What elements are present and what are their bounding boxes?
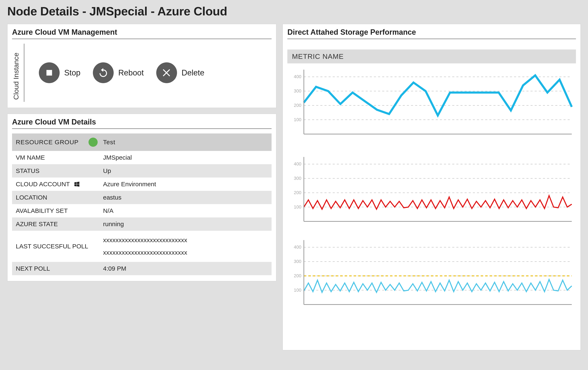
vm-name-value: JMSpecial	[103, 154, 268, 161]
chart-1: 100200300400	[289, 68, 574, 138]
metric-name-header: METRIC NAME	[287, 50, 576, 63]
svg-text:200: 200	[294, 190, 301, 195]
status-dot-icon	[88, 137, 98, 147]
svg-text:200: 200	[294, 103, 301, 108]
stop-icon	[39, 62, 60, 83]
svg-text:400: 400	[294, 161, 301, 167]
svg-text:300: 300	[294, 176, 301, 181]
storage-perf-title: Direct Attahed Storage Performance	[287, 28, 576, 39]
svg-text:300: 300	[294, 88, 301, 94]
delete-button[interactable]: Delete	[156, 62, 204, 83]
vm-name-label: VM NAME	[16, 154, 103, 161]
location-value: eastus	[103, 194, 268, 201]
cloud-account-value: Azure Environment	[103, 181, 268, 188]
chart-2: 100200300400	[289, 155, 574, 225]
vm-details-title: Azure Cloud VM Details	[12, 118, 272, 129]
last-poll-label: LAST SUCCESFUL POLL	[16, 243, 103, 250]
svg-text:400: 400	[294, 74, 301, 79]
next-poll-value: 4:09 PM	[103, 265, 268, 272]
svg-text:300: 300	[294, 259, 301, 264]
reboot-button[interactable]: Reboot	[93, 62, 144, 83]
vm-details-table: RESOURCE GROUP Test VM NAME JMSpecial ST…	[12, 133, 272, 275]
vm-details-panel: Azure Cloud VM Details RESOURCE GROUP Te…	[7, 114, 276, 281]
svg-text:200: 200	[294, 273, 301, 278]
chart-3: 100200300400	[289, 238, 574, 309]
last-poll-value-2: xxxxxxxxxxxxxxxxxxxxxxxxxxx	[103, 249, 268, 256]
row-location: LOCATION eastus	[12, 191, 272, 204]
delete-icon	[156, 62, 177, 83]
svg-text:400: 400	[294, 244, 301, 250]
row-availability-set: AVALABILITY SET N/A	[12, 204, 272, 217]
cloud-instance-label: Cloud Instance	[12, 44, 24, 102]
status-label: STATUS	[16, 167, 103, 174]
last-poll-value-1: xxxxxxxxxxxxxxxxxxxxxxxxxxx	[103, 237, 268, 244]
azure-state-value: running	[103, 221, 268, 228]
location-label: LOCATION	[16, 194, 103, 201]
svg-text:100: 100	[294, 117, 301, 122]
row-last-poll: LAST SUCCESFUL POLL xxxxxxxxxxxxxxxxxxxx…	[12, 231, 272, 262]
status-value: Up	[103, 167, 268, 174]
windows-icon	[74, 181, 80, 188]
row-azure-state: AZURE STATE running	[12, 217, 272, 231]
reboot-icon	[93, 62, 114, 83]
row-vm-name: VM NAME JMSpecial	[12, 151, 272, 164]
svg-rect-0	[47, 70, 52, 76]
stop-label: Stop	[64, 68, 80, 77]
resource-group-label: RESOURCE GROUP	[16, 139, 79, 146]
stop-button[interactable]: Stop	[39, 62, 80, 83]
svg-text:100: 100	[294, 287, 301, 293]
resource-group-value: Test	[103, 139, 268, 146]
reboot-label: Reboot	[118, 68, 144, 77]
page-title: Node Details - JMSpecial - Azure Cloud	[7, 4, 581, 18]
storage-perf-panel: Direct Attahed Storage Performance METRI…	[283, 24, 581, 350]
row-next-poll: NEXT POLL 4:09 PM	[12, 262, 272, 275]
cloud-account-label: CLOUD ACCOUNT	[16, 181, 70, 188]
row-resource-group: RESOURCE GROUP Test	[12, 133, 272, 151]
availability-set-value: N/A	[103, 207, 268, 214]
row-status: STATUS Up	[12, 164, 272, 178]
vm-management-panel: Azure Cloud VM Management Cloud Instance…	[7, 24, 276, 108]
delete-label: Delete	[182, 68, 204, 77]
availability-set-label: AVALABILITY SET	[16, 207, 103, 214]
azure-state-label: AZURE STATE	[16, 221, 103, 228]
next-poll-label: NEXT POLL	[16, 265, 103, 272]
svg-text:100: 100	[294, 204, 301, 210]
row-cloud-account: CLOUD ACCOUNT Azure Environment	[12, 178, 272, 191]
vm-management-title: Azure Cloud VM Management	[12, 28, 272, 39]
